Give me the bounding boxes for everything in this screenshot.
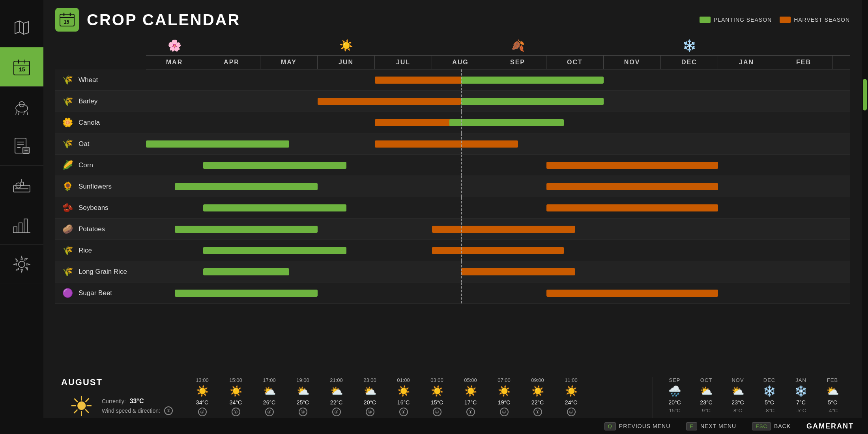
crop-icon-potatoes: 🥔: [61, 223, 74, 236]
monthly-low-row: 15°C9°C8°C-8°C-5°C-4°C: [659, 408, 850, 413]
monthly-month-feb: FEB: [817, 377, 848, 383]
month-cell-jul: JUL: [375, 56, 432, 69]
scrollbar[interactable]: [862, 0, 868, 434]
sidebar-item-calendar[interactable]: 15: [0, 47, 43, 87]
page-title: CROP CALENDAR: [87, 11, 240, 29]
monthly-month-sep: SEP: [659, 377, 690, 383]
monthly-icon-4: ❄️: [785, 385, 817, 397]
hourly-temp-0: 34°C: [185, 399, 219, 406]
prev-menu-button[interactable]: Q PREVIOUS MENU: [604, 422, 671, 430]
hourly-time-1: 15:00: [219, 377, 253, 383]
harvest-label: HARVEST SEASON: [794, 17, 850, 23]
crop-bars-area: [146, 91, 850, 112]
sidebar-item-production[interactable]: [0, 166, 43, 205]
wind-indicator-0: ①: [198, 408, 207, 416]
crop-icon-wheat: 🌾: [61, 74, 74, 86]
scrollbar-thumb: [863, 79, 867, 110]
monthly-month-label-4: JAN: [785, 377, 817, 383]
hourly-icon-5: ⛅: [353, 385, 387, 397]
monthly-icon-0: 🌧️: [659, 385, 690, 397]
main-content: 15 CROP CALENDAR PLANTING SEASON HARVEST…: [43, 0, 862, 434]
hourly-wind-cell-0: ①: [185, 408, 219, 416]
month-cell-may: MAY: [260, 56, 318, 69]
crop-bars-area: [146, 219, 850, 239]
hourly-icon-0: ☀️: [185, 385, 219, 397]
month-cell-jan: JAN: [718, 56, 775, 69]
back-label: BACK: [774, 423, 791, 429]
season-icon-6: 🍂: [489, 39, 546, 52]
crop-bar-planting-0: [203, 204, 346, 211]
hourly-wind-cell-1: ①: [219, 408, 253, 416]
sidebar-item-animals[interactable]: [0, 87, 43, 126]
monthly-high-2: 23°C: [722, 399, 754, 406]
hourly-wind-cell-8: ①: [454, 408, 487, 416]
dashed-current-line: [461, 261, 462, 282]
wind-label: Wind speed & direction:: [102, 408, 160, 414]
weather-monthly: SEPOCTNOVDECJANFEB🌧️⛅⛅❄️❄️⛅20°C23°C23°C5…: [653, 377, 850, 422]
crop-name-cell: 🟣Sugar Beet: [55, 287, 146, 299]
month-cell-dec: DEC: [661, 56, 718, 69]
monthly-high-0: 20°C: [659, 399, 690, 406]
crop-bar-planting-0: [203, 162, 346, 169]
weather-month-label: AUGUST: [61, 377, 185, 387]
monthly-months-row: SEPOCTNOVDECJANFEB: [659, 377, 850, 383]
hourly-time-7: 03:00: [420, 377, 454, 383]
sidebar-item-stats[interactable]: [0, 205, 43, 245]
dashed-current-line: [461, 133, 462, 154]
back-button[interactable]: ESC BACK: [752, 422, 791, 430]
svg-rect-24: [14, 227, 17, 233]
hourly-temp-7: 15°C: [420, 399, 454, 406]
monthly-month-nov: NOV: [722, 377, 754, 383]
dashed-current-line: [461, 91, 462, 112]
hourly-wind-cell-4: ③: [320, 408, 353, 416]
hourly-icons-row: ☀️☀️⛅⛅⛅⛅☀️☀️☀️☀️☀️☀️: [185, 385, 653, 397]
crop-name-label: Potatoes: [79, 225, 105, 233]
crop-name-label: Barley: [79, 97, 97, 105]
svg-line-9: [16, 111, 17, 114]
sidebar-item-settings[interactable]: [0, 245, 43, 284]
month-cell-nov: NOV: [604, 56, 661, 69]
sidebar-item-contracts[interactable]: [0, 126, 43, 166]
crop-row-sugar-beet: 🟣Sugar Beet: [55, 282, 850, 304]
month-cell-mar: MAR: [146, 56, 203, 69]
svg-line-11: [24, 112, 24, 115]
svg-text:15: 15: [64, 19, 69, 25]
crop-row-barley: 🌾Barley: [55, 91, 850, 112]
crop-bars-area: [146, 261, 850, 282]
hourly-times-row: 13:0015:0017:0019:0021:0023:0001:0003:00…: [185, 377, 653, 383]
svg-line-12: [27, 111, 28, 114]
monthly-high-row: 20°C23°C23°C5°C7°C5°C: [659, 399, 850, 406]
harvest-color-box: [780, 17, 791, 23]
dashed-current-line: [461, 112, 462, 133]
dashed-current-line: [461, 69, 462, 90]
header: 15 CROP CALENDAR PLANTING SEASON HARVEST…: [55, 8, 850, 32]
hourly-time-6: 01:00: [387, 377, 420, 383]
prev-label: PREVIOUS MENU: [619, 423, 670, 429]
current-temp-value: 33°C: [130, 398, 144, 405]
hourly-icon-10: ☀️: [521, 385, 554, 397]
next-key: E: [686, 422, 697, 430]
legend-harvest: HARVEST SEASON: [780, 17, 850, 23]
svg-line-10: [19, 112, 19, 115]
sidebar: 15: [0, 0, 43, 434]
crop-bar-planting-1: [449, 119, 564, 126]
wind-row: Wind speed & direction: ①: [102, 406, 173, 415]
crop-bar-planting-1: [461, 98, 604, 105]
monthly-icon-5: ⛅: [817, 385, 848, 397]
hourly-temp-4: 22°C: [320, 399, 353, 406]
hourly-icon-1: ☀️: [219, 385, 253, 397]
monthly-low-1: 9°C: [690, 408, 722, 413]
hourly-time-2: 17:00: [253, 377, 286, 383]
wind-indicator-9: ①: [500, 408, 509, 416]
crop-name-label: Oat: [79, 140, 89, 148]
crop-icon-sugar-beet: 🟣: [61, 287, 74, 299]
month-cell-aug: AUG: [432, 56, 489, 69]
dashed-current-line: [461, 282, 462, 303]
monthly-low-2: 8°C: [722, 408, 754, 413]
sidebar-item-map[interactable]: [0, 8, 43, 47]
hourly-time-11: 11:00: [554, 377, 588, 383]
hourly-temp-9: 19°C: [487, 399, 521, 406]
currently-label: Currently:: [102, 398, 126, 404]
hourly-wind-cell-3: ③: [286, 408, 320, 416]
next-menu-button[interactable]: E NEXT MENU: [686, 422, 736, 430]
